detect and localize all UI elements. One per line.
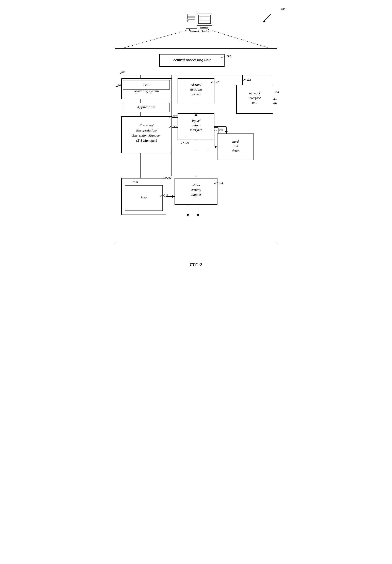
diagram: 200 Network Device [105, 4, 287, 258]
svg-line-18 [208, 29, 271, 49]
os-label: operating system [134, 89, 159, 93]
cdrom-label3: drive [192, 92, 200, 96]
io-label2: output [191, 123, 201, 127]
ref-200: 200 [281, 8, 285, 11]
vda-label1: video [192, 183, 200, 187]
vda-label3: adapter [191, 193, 202, 197]
vda-label2: display [191, 188, 201, 192]
cdrom-label1: cd-rom/ [190, 83, 202, 87]
hdd-ref: 228 [219, 129, 223, 132]
svg-line-17 [121, 29, 190, 49]
applications-label: Applications [137, 105, 156, 109]
niu-ref-222: 222 [247, 78, 251, 81]
svg-rect-5 [188, 17, 195, 18]
niu-label3: unit [252, 101, 258, 105]
enc-label1: Encoding/ [139, 123, 154, 127]
hdd-label3: drive [232, 149, 239, 153]
cdrom-label2: dvd-rom [190, 87, 202, 91]
rom-label: rom [133, 180, 138, 184]
enc-label4: (E-3 Manager) [136, 139, 157, 142]
niu-ref-210: 210 [275, 91, 279, 94]
network-device-label: Network Device [189, 29, 210, 33]
bios-label: bios [141, 196, 147, 200]
hdd-label2: disk [233, 144, 238, 148]
niu-label1: network [249, 91, 260, 95]
niu-label2: interface [249, 96, 261, 100]
fig-number: FIG. 2 [102, 262, 290, 268]
svg-rect-9 [197, 14, 212, 26]
svg-rect-6 [188, 19, 195, 20]
ram-label: ram [143, 83, 149, 86]
enc-label2: Encapsulation/ [136, 128, 158, 132]
svg-rect-4 [188, 16, 195, 17]
page: 200 Network Device [98, 0, 294, 282]
hdd-label1: hard [232, 140, 239, 143]
cdrom-ref: 226 [216, 81, 220, 84]
cpu-ref: 212 [226, 55, 231, 58]
vda-ref: 214 [219, 182, 223, 184]
io-label3: interface [190, 128, 202, 132]
io-label1: input/ [192, 119, 201, 123]
enc-label3: Encryption Manager [132, 133, 161, 137]
io-ref-224: 224 [185, 141, 189, 144]
rom-ref: 232 [167, 176, 172, 179]
svg-rect-11 [202, 26, 206, 28]
cpu-label: central processing unit [173, 58, 211, 62]
svg-rect-12 [200, 28, 208, 28]
